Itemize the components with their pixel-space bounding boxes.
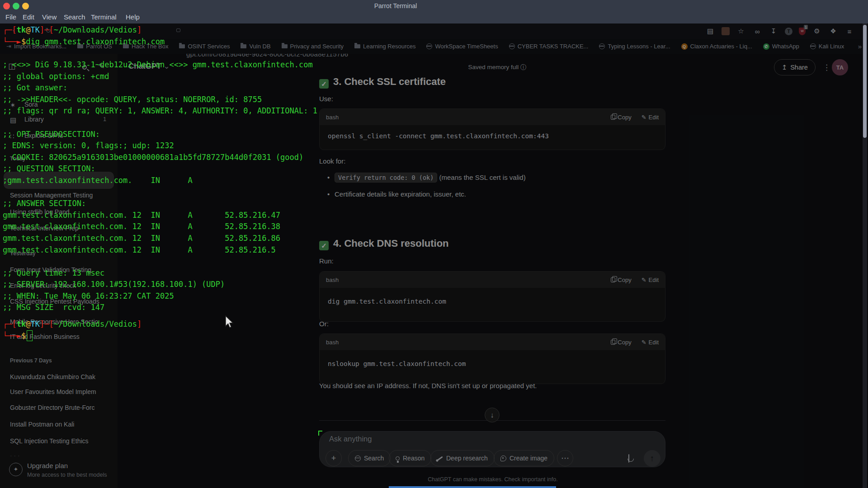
close-traffic-light[interactable] <box>3 3 10 9</box>
terminal-artifact-mark <box>318 431 322 436</box>
menu-file[interactable]: File <box>5 13 16 21</box>
minimize-traffic-light[interactable] <box>22 3 29 9</box>
terminal-command: dig gmm.test.claxonfintech.com <box>26 37 165 46</box>
mouse-cursor <box>225 315 235 330</box>
terminal-cursor <box>27 330 33 341</box>
menu-edit[interactable]: Edit <box>23 13 34 21</box>
menu-search[interactable]: Search <box>64 13 85 21</box>
maximize-traffic-light[interactable] <box>13 3 19 9</box>
menu-view[interactable]: View <box>42 13 57 21</box>
terminal-prompt-block-bottom[interactable]: ┌─[tk@TK]─[~/Downloads/Vedios] └──►$ <box>3 319 142 342</box>
dig-output: ; <<>> DiG 9.18.33-1~deb12u2-Debian <<>>… <box>3 59 317 314</box>
window-title: Parrot Terminal <box>348 2 443 9</box>
terminal-prompt-block: ┌─[tk@TK]─[~/Downloads/Vedios] └──►$dig … <box>3 24 165 47</box>
taskbar-hint-strip <box>389 486 556 488</box>
terminal-titlebar: Parrot Terminal File Edit View Search Te… <box>0 0 868 23</box>
scrollbar-thumb[interactable] <box>863 25 867 138</box>
menu-help[interactable]: Help <box>126 13 140 21</box>
menu-terminal[interactable]: Terminal <box>91 13 117 21</box>
